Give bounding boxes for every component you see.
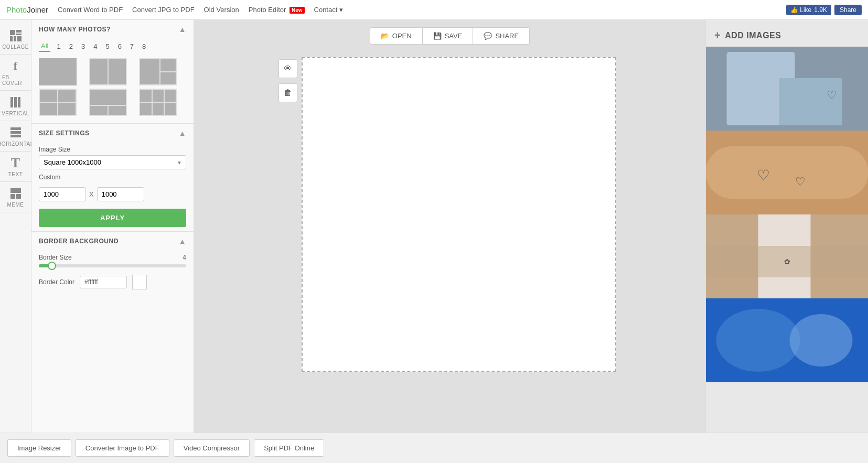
canvas-wrapper: 👁 🗑 [278,57,616,372]
sidebar-item-horizontal[interactable]: HORIZONTAL [0,121,31,152]
size-settings-title: SIZE SETTINGS [39,130,90,137]
bottom-bar: Image Resizer Converter Image to PDF Vid… [0,433,868,463]
svg-rect-11 [10,135,21,137]
panel-image-2[interactable]: ♡ ♡ [706,131,868,214]
brand-logo[interactable]: PhotoJoiner [6,5,48,14]
count-tab-3[interactable]: 3 [79,41,87,51]
fb-share-button[interactable]: Share [834,5,862,15]
layout-four-grid[interactable] [39,89,77,116]
sidebar-item-text[interactable]: T TEXT [0,152,31,182]
border-background-section: BORDER BACKGROUND ▲ Border Size 4 Border… [31,232,194,296]
nav-old-version[interactable]: Old Version [204,6,239,14]
share-label: SHARE [495,32,519,40]
sidebar-item-fbcover[interactable]: f FB COVER [0,55,31,91]
text-icon: T [8,156,23,170]
count-tab-4[interactable]: 4 [91,41,99,51]
share-button[interactable]: 💬 SHARE [473,27,530,45]
how-many-title: HOW MANY PHOTOS? [39,26,111,33]
count-tab-5[interactable]: 5 [103,41,111,51]
open-button[interactable]: 📂 OPEN [370,27,423,45]
border-size-slider-container [31,262,194,272]
image-resizer-link[interactable]: Image Resizer [7,439,71,457]
border-color-swatch[interactable] [132,275,147,289]
split-pdf-link[interactable]: Split PDF Online [254,439,324,457]
panel-image-1[interactable]: ♡ [706,47,868,131]
right-panel: › + ADD IMAGES ♡ ♡ [705,20,868,433]
border-color-input[interactable] [80,276,127,288]
nav-convert-jpg[interactable]: Convert JPG to PDF [132,6,194,14]
right-panel-images: ♡ ♡ ♡ ✿ [706,47,868,433]
add-images-plus-icon: + [714,29,721,41]
collage-icon [8,28,23,43]
how-many-header[interactable]: HOW MANY PHOTOS? ▲ [31,20,194,39]
layout-three-right[interactable] [139,58,177,85]
fb-like-label: 👍 Like [790,6,811,14]
svg-rect-3 [10,36,13,41]
svg-text:♡: ♡ [795,175,806,188]
x-separator: X [89,190,94,198]
sidebar-item-meme[interactable]: MEME [0,182,31,212]
height-input[interactable] [97,187,144,201]
count-tab-8[interactable]: 8 [140,41,148,51]
count-tab-all[interactable]: All [39,41,50,52]
layout-two-vertical[interactable] [89,58,127,85]
add-images-button[interactable]: + ADD IMAGES [714,29,781,41]
size-settings-collapse-icon: ▲ [179,129,186,137]
svg-text:✿: ✿ [784,257,790,266]
left-panel: HOW MANY PHOTOS? ▲ All 1 2 3 4 5 6 7 8 [31,20,194,433]
topnav: PhotoJoiner Convert Word to PDF Convert … [0,0,868,20]
nav-convert-word[interactable]: Convert Word to PDF [58,6,123,14]
count-tab-7[interactable]: 7 [128,41,136,51]
svg-rect-20 [706,146,868,199]
svg-rect-13 [10,194,15,199]
size-settings-header[interactable]: SIZE SETTINGS ▲ [31,124,194,143]
svg-rect-1 [16,30,22,33]
svg-rect-0 [10,30,15,35]
photo-count-tabs: All 1 2 3 4 5 6 7 8 [31,39,194,56]
sidebar-item-vertical[interactable]: VERTICAL [0,91,31,121]
width-input[interactable] [39,187,86,201]
meme-label: MEME [7,202,24,208]
nav-links: Convert Word to PDF Convert JPG to PDF O… [58,6,786,14]
svg-rect-12 [10,188,21,193]
border-background-header[interactable]: BORDER BACKGROUND ▲ [31,232,194,251]
svg-point-29 [790,314,853,367]
nav-photo-editor[interactable]: Photo Editor New [249,6,305,14]
layout-four-wide[interactable] [89,89,127,116]
image-size-select-wrapper: Square 1000x1000 [39,155,186,169]
image-size-select[interactable]: Square 1000x1000 [39,155,186,169]
nav-contact[interactable]: Contact ▾ [314,6,343,14]
svg-rect-8 [18,97,20,107]
center-area: 📂 OPEN 💾 SAVE 💬 SHARE 👁 🗑 [194,20,705,433]
border-size-value: 4 [183,254,186,261]
fbcover-label: FB COVER [2,74,29,86]
fb-like-button[interactable]: 👍 Like 1.9K [786,5,831,15]
panel-image-4[interactable] [706,298,868,382]
toolbar-row: 📂 OPEN 💾 SAVE 💬 SHARE [370,20,530,52]
video-compressor-link[interactable]: Video Compressor [174,439,250,457]
meme-icon [8,186,23,201]
panel-image-3[interactable]: ✿ [706,214,868,298]
save-button[interactable]: 💾 SAVE [423,27,474,45]
count-tab-6[interactable]: 6 [116,41,124,51]
collage-label: COLLAGE [2,44,29,50]
count-tab-2[interactable]: 2 [67,41,75,51]
converter-image-pdf-link[interactable]: Converter Image to PDF [76,439,169,457]
eye-button[interactable]: 👁 [278,59,297,78]
border-size-label: Border Size [39,254,72,261]
sidebar-item-collage[interactable]: COLLAGE [0,24,31,55]
apply-button[interactable]: APPLY [39,209,186,227]
new-badge: New [290,7,305,14]
fb-like-count: 1.9K [814,6,827,14]
canvas-tools: 👁 🗑 [278,57,297,102]
open-label: OPEN [392,32,412,40]
delete-button[interactable]: 🗑 [278,83,297,102]
canvas-box [302,57,616,372]
vertical-label: VERTICAL [2,111,29,116]
count-tab-1[interactable]: 1 [55,41,62,51]
save-icon: 💾 [433,32,442,40]
layout-single[interactable] [39,58,77,85]
layout-mosaic[interactable] [139,89,177,116]
svg-rect-14 [16,194,21,199]
left-icon-sidebar: COLLAGE f FB COVER VERTICAL [0,20,31,433]
